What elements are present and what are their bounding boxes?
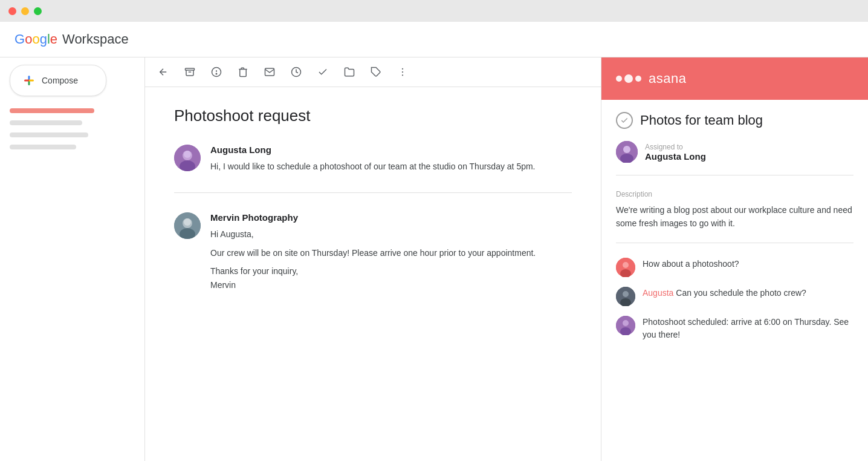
svg-point-3 (216, 73, 217, 74)
comment-2: Augusta Can you schedule the photo crew? (616, 287, 853, 306)
compose-label: Compose (42, 76, 78, 85)
svg-point-27 (623, 320, 629, 326)
nav-item-1[interactable] (10, 120, 82, 125)
email-toolbar (145, 57, 601, 87)
app-container: Google Workspace Compose (0, 22, 868, 461)
svg-point-6 (402, 68, 403, 70)
asana-dot-center (624, 74, 633, 83)
app-header: Google Workspace (0, 22, 868, 57)
archive-icon[interactable] (181, 64, 198, 80)
asana-logo-text: asana (649, 71, 686, 87)
svg-point-24 (623, 291, 629, 297)
task-header: Photos for team blog (616, 112, 853, 129)
assignee-avatar (616, 141, 638, 163)
assigned-section: Assigned to Augusta Long (616, 141, 853, 175)
svg-rect-0 (186, 68, 195, 70)
message-1-body: Augusta Long Hi, I would like to schedul… (210, 145, 572, 173)
nav-item-active[interactable] (10, 108, 94, 113)
comment-1: How about a photoshoot? (616, 258, 853, 277)
minimize-button[interactable] (21, 7, 29, 15)
comment-2-mention: Augusta (643, 288, 673, 298)
comment-3: Photoshoot scheduled: arrive at 6:00 on … (616, 316, 853, 341)
asana-panel: asana Photos for team blog (601, 57, 868, 461)
done-icon[interactable] (314, 64, 331, 80)
google-workspace-logo: Google Workspace (15, 31, 129, 47)
delete-icon[interactable] (235, 64, 251, 80)
maximize-button[interactable] (34, 7, 42, 15)
asana-logo-dots (616, 74, 641, 83)
avatar-augusta (174, 145, 201, 171)
mervin-avatar-img (174, 212, 201, 239)
asana-body: Photos for team blog Assigned to Augusta… (601, 100, 868, 461)
email-content: Photoshoot request Augusta Long Hi, I (145, 87, 601, 461)
mark-unread-icon[interactable] (261, 64, 278, 80)
message-1-text: Hi, I would like to schedule a photoshoo… (210, 160, 572, 173)
message-2-line2: Our crew will be on site on Thursday! Pl… (210, 246, 572, 260)
comment-1-avatar (616, 258, 635, 277)
augusta-avatar-img (174, 145, 201, 171)
snooze-icon[interactable] (288, 64, 305, 80)
sender-augusta: Augusta Long (210, 145, 572, 155)
email-message-1: Augusta Long Hi, I would like to schedul… (174, 145, 572, 193)
comment-1-text: How about a photoshoot? (643, 258, 853, 270)
comment-3-text: Photoshoot scheduled: arrive at 6:00 on … (643, 316, 853, 341)
window-chrome (0, 0, 868, 22)
comment-2-avatar (616, 287, 635, 306)
message-2-body: Mervin Photography Hi Augusta, Our crew … (210, 212, 572, 292)
sender-mervin: Mervin Photography (210, 212, 572, 223)
back-button[interactable] (155, 64, 172, 80)
description-text: We're writing a blog post about our work… (616, 203, 853, 230)
description-label: Description (616, 190, 853, 198)
email-message-2: Mervin Photography Hi Augusta, Our crew … (174, 212, 572, 311)
assignee-name: Augusta Long (645, 151, 706, 162)
sidebar-nav (10, 106, 135, 152)
assigned-info: Assigned to Augusta Long (645, 143, 706, 162)
svg-point-18 (623, 146, 630, 153)
move-icon[interactable] (341, 64, 358, 80)
svg-point-7 (402, 71, 403, 73)
svg-point-12 (184, 151, 191, 158)
content-area: Compose (0, 57, 868, 461)
nav-item-3[interactable] (10, 145, 76, 149)
avatar-mervin (174, 212, 201, 239)
compose-button[interactable]: Compose (10, 65, 106, 96)
comments-section: How about a photoshoot? Augusta (616, 258, 853, 341)
comment-2-text: Augusta Can you schedule the photo crew? (643, 287, 853, 299)
email-area: Photoshoot request Augusta Long Hi, I (145, 57, 601, 461)
asana-dot-right (635, 76, 641, 82)
svg-point-8 (402, 74, 403, 76)
message-2-line3: Thanks for your inquiry, (210, 264, 572, 278)
svg-point-21 (623, 262, 629, 268)
workspace-text: Workspace (62, 31, 129, 47)
message-2-line4: Mervin (210, 278, 572, 292)
asana-header: asana (601, 57, 868, 100)
asana-dot-left (616, 76, 622, 82)
left-sidebar: Compose (0, 57, 145, 461)
assigned-label: Assigned to (645, 143, 706, 151)
email-subject: Photoshoot request (174, 106, 572, 125)
comment-2-body: Can you schedule the photo crew? (673, 288, 806, 298)
description-section: Description We're writing a blog post ab… (616, 190, 853, 243)
nav-item-2[interactable] (10, 132, 88, 137)
spam-icon[interactable] (208, 64, 225, 80)
task-title: Photos for team blog (640, 113, 763, 128)
more-icon[interactable] (394, 64, 411, 80)
google-logo-text: Google (15, 31, 57, 47)
compose-plus-icon (22, 74, 36, 87)
comment-3-avatar (616, 316, 635, 335)
label-icon[interactable] (368, 64, 384, 80)
message-2-line1: Hi Augusta, (210, 227, 572, 241)
close-button[interactable] (8, 7, 16, 15)
svg-point-16 (184, 218, 191, 226)
task-check-button[interactable] (616, 112, 633, 129)
